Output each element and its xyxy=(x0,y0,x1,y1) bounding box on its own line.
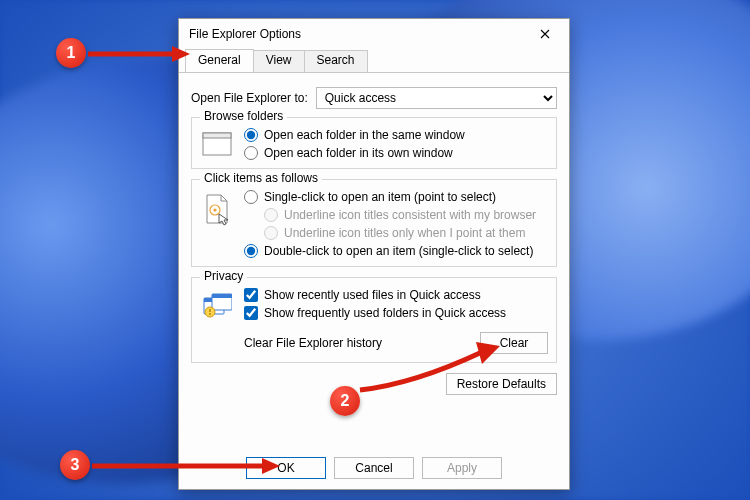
arrow-1 xyxy=(86,46,190,66)
check-frequent-folders[interactable]: Show frequently used folders in Quick ac… xyxy=(244,306,548,320)
file-explorer-options-dialog: File Explorer Options General View Searc… xyxy=(178,18,570,490)
privacy-legend: Privacy xyxy=(200,269,247,283)
radio-own-window[interactable]: Open each folder in its own window xyxy=(244,146,548,160)
radio-single-click[interactable]: Single-click to open an item (point to s… xyxy=(244,190,548,204)
radio-underline-point: Underline icon titles only when I point … xyxy=(244,226,548,240)
radio-underline-browser: Underline icon titles consistent with my… xyxy=(244,208,548,222)
radio-underline-browser-input xyxy=(264,208,278,222)
check-recent-files-input[interactable] xyxy=(244,288,258,302)
radio-double-click-input[interactable] xyxy=(244,244,258,258)
svg-marker-13 xyxy=(476,342,500,364)
svg-marker-15 xyxy=(262,458,280,474)
radio-same-window[interactable]: Open each folder in the same window xyxy=(244,128,548,142)
svg-point-3 xyxy=(213,208,216,211)
privacy-icon xyxy=(202,292,232,320)
annotation-step-3: 3 xyxy=(60,450,90,480)
close-icon xyxy=(540,29,550,39)
radio-underline-point-input xyxy=(264,226,278,240)
titlebar: File Explorer Options xyxy=(179,19,569,49)
check-recent-files[interactable]: Show recently used files in Quick access xyxy=(244,288,548,302)
open-explorer-row: Open File Explorer to: Quick access xyxy=(191,87,557,109)
tab-view[interactable]: View xyxy=(253,50,305,72)
check-frequent-folders-label: Show frequently used folders in Quick ac… xyxy=(264,306,506,320)
open-explorer-label: Open File Explorer to: xyxy=(191,91,308,105)
check-frequent-folders-input[interactable] xyxy=(244,306,258,320)
group-click-items: Click items as follows Single-click to o… xyxy=(191,179,557,267)
radio-single-click-label: Single-click to open an item (point to s… xyxy=(264,190,496,204)
arrow-3 xyxy=(90,458,280,478)
check-recent-files-label: Show recently used files in Quick access xyxy=(264,288,481,302)
radio-single-click-input[interactable] xyxy=(244,190,258,204)
radio-double-click[interactable]: Double-click to open an item (single-cli… xyxy=(244,244,548,258)
group-browse-folders: Browse folders Open each folder in the s… xyxy=(191,117,557,169)
radio-underline-point-label: Underline icon titles only when I point … xyxy=(284,226,525,240)
svg-rect-1 xyxy=(203,133,231,138)
dialog-title: File Explorer Options xyxy=(189,27,301,41)
radio-own-window-label: Open each folder in its own window xyxy=(264,146,453,160)
browse-legend: Browse folders xyxy=(200,109,287,123)
window-icon xyxy=(202,132,232,156)
svg-rect-9 xyxy=(209,309,211,312)
radio-double-click-label: Double-click to open an item (single-cli… xyxy=(264,244,533,258)
tab-search[interactable]: Search xyxy=(304,50,368,72)
radio-same-window-label: Open each folder in the same window xyxy=(264,128,465,142)
annotation-step-2: 2 xyxy=(330,386,360,416)
radio-same-window-input[interactable] xyxy=(244,128,258,142)
apply-button[interactable]: Apply xyxy=(422,457,502,479)
svg-rect-7 xyxy=(212,294,232,298)
open-explorer-select[interactable]: Quick access xyxy=(316,87,557,109)
radio-underline-browser-label: Underline icon titles consistent with my… xyxy=(284,208,536,222)
annotation-step-1: 1 xyxy=(56,38,86,68)
cancel-button[interactable]: Cancel xyxy=(334,457,414,479)
svg-marker-12 xyxy=(172,46,190,62)
radio-own-window-input[interactable] xyxy=(244,146,258,160)
close-button[interactable] xyxy=(527,21,563,47)
document-cursor-icon xyxy=(204,194,230,226)
svg-rect-10 xyxy=(209,313,211,315)
tab-strip: General View Search xyxy=(179,49,569,73)
privacy-icon-slot xyxy=(200,288,234,320)
click-icon-slot xyxy=(200,190,234,226)
click-legend: Click items as follows xyxy=(200,171,322,185)
tab-general[interactable]: General xyxy=(185,49,254,72)
arrow-2 xyxy=(354,340,504,396)
browse-icon-slot xyxy=(200,128,234,156)
